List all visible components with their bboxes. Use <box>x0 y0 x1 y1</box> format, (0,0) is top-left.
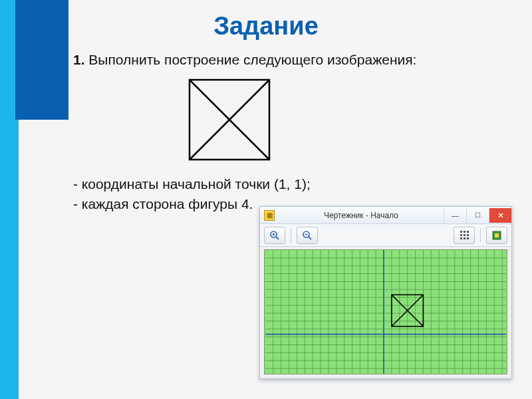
app-window: ▦ Чертежник - Начало <box>259 206 512 379</box>
svg-rect-11 <box>495 233 499 237</box>
task-text: Выполнить построение следующего изображе… <box>88 52 416 67</box>
task-number: 1. <box>73 52 85 67</box>
titlebar: ▦ Чертежник - Начало <box>260 207 511 224</box>
maximize-button[interactable] <box>466 208 489 223</box>
grid-button[interactable] <box>454 227 475 244</box>
app-icon: ▦ <box>264 210 275 221</box>
note-start-point: - координаты начальной точки (1, 1); <box>73 176 311 192</box>
zoom-in-button[interactable] <box>264 227 285 244</box>
svg-line-8 <box>309 237 311 239</box>
note-side-length: - каждая сторона фигуры 4. <box>73 196 253 212</box>
window-buttons <box>444 208 511 223</box>
grid-icon <box>460 231 469 239</box>
toolbar-separator <box>291 228 291 243</box>
close-button[interactable] <box>489 208 511 223</box>
minimize-button[interactable] <box>444 208 466 223</box>
slide-title: Задание <box>0 12 532 41</box>
task-figure <box>183 73 276 166</box>
window-title: Чертежник - Начало <box>279 211 444 220</box>
svg-line-4 <box>276 237 279 239</box>
toolbar <box>260 224 511 247</box>
task-line: 1. Выполнить построение следующего изобр… <box>73 52 416 68</box>
home-button[interactable] <box>486 227 507 244</box>
canvas-grid <box>265 250 507 374</box>
drawing-canvas[interactable] <box>264 249 507 374</box>
toolbar-separator <box>480 228 481 243</box>
zoom-out-button[interactable] <box>297 227 318 244</box>
